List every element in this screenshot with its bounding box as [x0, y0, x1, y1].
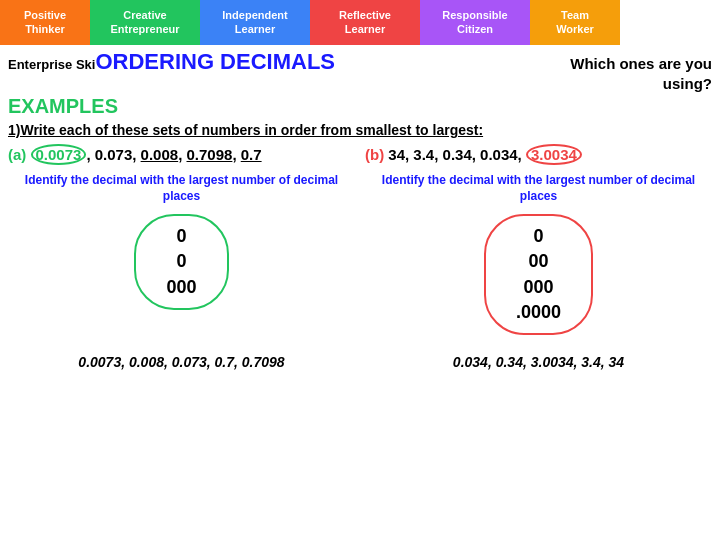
tab-label-line1: Reflective [339, 9, 391, 22]
tab-label-line2: Learner [235, 23, 275, 36]
identify-row: Identify the decimal with the largest nu… [8, 173, 712, 343]
tab-label-line2: Thinker [25, 23, 65, 36]
tab-responsible-citizen[interactable]: Responsible Citizen [420, 0, 530, 45]
tab-creative-entrepreneur[interactable]: Creative Entrepreneur [90, 0, 200, 45]
tab-reflective-learner[interactable]: Reflective Learner [310, 0, 420, 45]
tab-label-line2: Learner [345, 23, 385, 36]
main-content: Enterprise SkiORDERING DECIMALS Which on… [0, 45, 720, 375]
which-ones-line2: using? [663, 75, 712, 92]
answer-a-col: 0.0073, 0.008, 0.073, 0.7, 0.7098 [8, 353, 355, 371]
enterprise-label: Enterprise Ski [8, 57, 95, 72]
decimal-a-line1: 0 [176, 224, 186, 249]
instruction-text: 1)Write each of these sets of numbers in… [8, 122, 712, 138]
decimal-b-line4: .0000 [516, 300, 561, 325]
tab-independent-learner[interactable]: Independent Learner [200, 0, 310, 45]
header-combined: Enterprise SkiORDERING DECIMALS [8, 49, 335, 75]
problems-row: (a) 0.0073, 0.073, 0.008, 0.7098, 0.7 (b… [8, 144, 712, 165]
decimal-a-line2: 0 [176, 249, 186, 274]
decimal-b-line3: 000 [523, 275, 553, 300]
examples-heading: EXAMPLES [8, 95, 712, 118]
answer-a: 0.0073, 0.008, 0.073, 0.7, 0.7098 [78, 354, 284, 370]
problem-b-numbers: 34, 3.4, 0.34, 0.034, 3.0034 [388, 146, 582, 163]
answer-b: 0.034, 0.34, 3.0034, 3.4, 34 [453, 354, 624, 370]
problem-a-col: (a) 0.0073, 0.073, 0.008, 0.7098, 0.7 [8, 144, 355, 165]
which-ones-line1: Which ones are you [570, 55, 712, 72]
problem-a-numbers: 0.0073, 0.073, 0.008, 0.7098, 0.7 [31, 146, 262, 163]
tab-label-line1: Independent [222, 9, 287, 22]
tab-label-line1: Creative [123, 9, 166, 22]
which-ones-text: Which ones are you using? [570, 54, 712, 93]
tab-label-line1: Positive [24, 9, 66, 22]
tab-bar: Positive Thinker Creative Entrepreneur I… [0, 0, 720, 45]
problem-b-col: (b) 34, 3.4, 0.34, 0.034, 3.0034 [365, 144, 712, 165]
identify-b-text: Identify the decimal with the largest nu… [365, 173, 712, 204]
decimal-a-line3: 000 [166, 275, 196, 300]
problem-b-label: (b) [365, 146, 388, 163]
tab-label-line2: Citizen [457, 23, 493, 36]
decimal-box-b: 0 00 000 .0000 [484, 214, 593, 335]
tab-label-line2: Entrepreneur [110, 23, 179, 36]
tab-label-line1: Responsible [442, 9, 507, 22]
col-a: Identify the decimal with the largest nu… [8, 173, 355, 343]
decimal-b-line2: 00 [528, 249, 548, 274]
tab-positive-thinker[interactable]: Positive Thinker [0, 0, 90, 45]
answer-b-col: 0.034, 0.34, 3.0034, 3.4, 34 [365, 353, 712, 371]
tab-label-line1: Team [561, 9, 589, 22]
decimal-b-line1: 0 [533, 224, 543, 249]
circled-3034: 3.0034 [526, 144, 582, 165]
instruction-content: 1)Write each of these sets of numbers in… [8, 122, 483, 138]
tab-label-line2: Worker [556, 23, 594, 36]
tab-team-worker[interactable]: Team Worker [530, 0, 620, 45]
ordering-title: ORDERING DECIMALS [95, 49, 335, 74]
answer-row: 0.0073, 0.008, 0.073, 0.7, 0.7098 0.034,… [8, 353, 712, 371]
problem-a-label: (a) [8, 146, 31, 163]
circled-0073: 0.0073 [31, 144, 87, 165]
decimal-box-a: 0 0 000 [134, 214, 228, 310]
identify-a-text: Identify the decimal with the largest nu… [8, 173, 355, 204]
col-b: Identify the decimal with the largest nu… [365, 173, 712, 343]
